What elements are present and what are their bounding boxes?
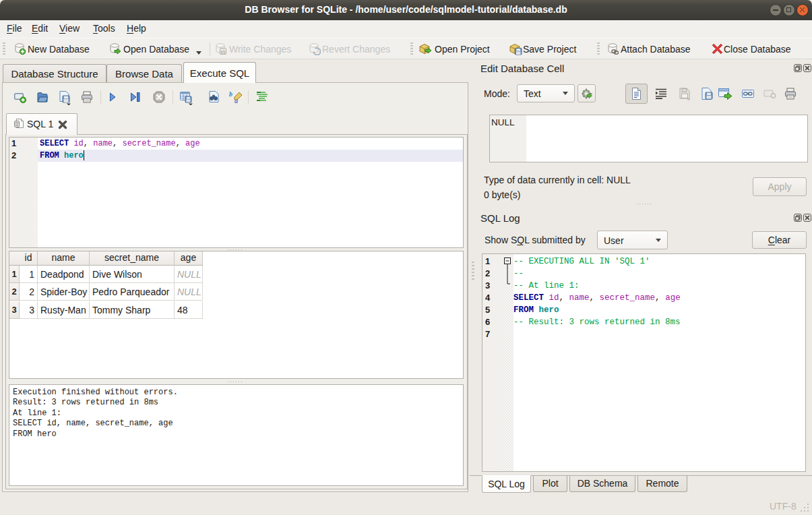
svg-text:b: b xyxy=(229,90,232,98)
